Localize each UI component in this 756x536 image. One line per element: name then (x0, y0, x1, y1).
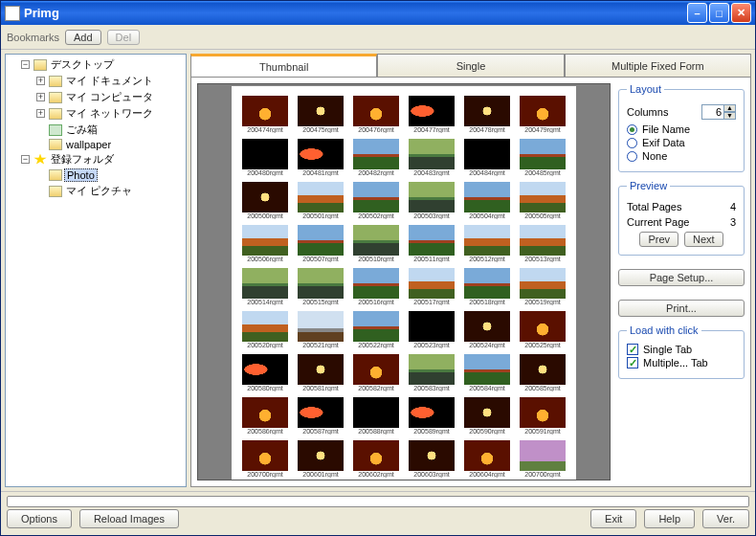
thumbnail-item[interactable]: 200518rgmt (461, 268, 513, 305)
maximize-button[interactable]: □ (709, 3, 729, 23)
thumbnail-item[interactable]: 200601rgmt (295, 440, 346, 478)
tab-multiple[interactable]: Multiple Fixed Form (565, 54, 751, 77)
radio-exif[interactable]: Exif Data (627, 137, 736, 148)
thumbnail-item[interactable]: 200478rgmt (461, 96, 513, 133)
thumbnail-item[interactable]: 200700rgmt (517, 440, 568, 478)
thumbnail-item[interactable]: 200475rgmt (295, 96, 346, 133)
radio-filename[interactable]: File Name (627, 123, 736, 135)
tree-registered[interactable]: −登録フォルダ (21, 151, 186, 168)
tree-mydocs[interactable]: +マイ ドキュメント (36, 73, 186, 89)
thumbnail-item[interactable]: 200587rgmt (295, 397, 346, 435)
thumbnail-item[interactable]: 200481rgmt (295, 139, 346, 176)
thumbnail-caption: 200519rgmt (524, 299, 560, 305)
thumbnail-item[interactable]: 200525rgmt (517, 311, 568, 348)
tree-mypics[interactable]: マイ ピクチャ (36, 183, 186, 199)
folder-tree[interactable]: −デスクトップ +マイ ドキュメント +マイ コンピュータ +マイ ネットワーク… (5, 54, 187, 487)
print-button[interactable]: Print... (618, 300, 745, 317)
prev-button[interactable]: Prev (639, 232, 678, 247)
thumbnail-item[interactable]: 200500rgmt (239, 182, 291, 219)
next-button[interactable]: Next (684, 232, 723, 247)
tree-trash[interactable]: ごみ箱 (36, 122, 186, 138)
thumbnail-item[interactable]: 200602rgmt (350, 440, 402, 478)
thumbnail-item[interactable]: 200700rgmt (239, 440, 291, 478)
thumbnail-item[interactable]: 200603rgmt (406, 440, 457, 478)
thumbnail-item[interactable]: 200483rgmt (406, 139, 457, 176)
thumbnail-item[interactable]: 200504rgmt (461, 182, 513, 219)
thumbnail-item[interactable]: 200519rgmt (517, 268, 568, 305)
options-button[interactable]: Options (7, 509, 72, 528)
tree-wallpaper[interactable]: wallpaper (36, 138, 186, 151)
tree-desktop[interactable]: −デスクトップ (21, 56, 186, 73)
thumbnail-item[interactable]: 200484rgmt (461, 139, 513, 176)
thumbnail-caption: 200590rgmt (469, 428, 504, 435)
ver-button[interactable]: Ver. (702, 509, 749, 528)
thumbnail-image (242, 397, 288, 428)
thumbnail-item[interactable]: 200523rgmt (406, 311, 457, 348)
close-button[interactable]: ✕ (731, 3, 751, 23)
thumbnail-item[interactable]: 200479rgmt (517, 96, 568, 133)
columns-spin-up[interactable]: ▲ (723, 104, 736, 112)
tab-thumbnail[interactable]: Thumbnail (190, 54, 377, 77)
thumbnail-item[interactable]: 200503rgmt (406, 182, 457, 219)
thumbnail-item[interactable]: 200474rgmt (239, 96, 291, 133)
thumbnail-item[interactable]: 200506rgmt (239, 225, 291, 262)
thumbnail-item[interactable]: 200522rgmt (350, 311, 402, 348)
tree-mynetwork[interactable]: +マイ ネットワーク (36, 105, 186, 122)
check-single-tab[interactable]: ✓Single Tab (627, 344, 736, 355)
thumbnail-item[interactable]: 200476rgmt (350, 96, 402, 133)
thumbnail-item[interactable]: 200582rgmt (350, 354, 402, 391)
tree-photo[interactable]: Photo (36, 168, 186, 183)
thumbnail-preview-area[interactable]: 200474rgmt200475rgmt200476rgmt200477rgmt… (197, 83, 611, 480)
page-setup-button[interactable]: Page Setup... (618, 269, 745, 286)
thumbnail-item[interactable]: 200512rgmt (461, 225, 513, 262)
columns-spin-down[interactable]: ▼ (723, 112, 736, 120)
thumbnail-item[interactable]: 200485rgmt (517, 139, 568, 176)
thumbnail-item[interactable]: 200480rgmt (239, 139, 291, 176)
thumbnail-caption: 200511rgmt (413, 256, 449, 262)
thumbnail-item[interactable]: 200521rgmt (295, 311, 346, 348)
thumbnail-item[interactable]: 200507rgmt (295, 225, 346, 262)
thumbnail-item[interactable]: 200514rgmt (239, 268, 291, 305)
thumbnail-item[interactable]: 200581rgmt (295, 354, 346, 391)
thumbnail-item[interactable]: 200589rgmt (406, 397, 457, 435)
thumbnail-image (520, 311, 566, 342)
tab-single[interactable]: Single (377, 54, 564, 77)
thumbnail-item[interactable]: 200511rgmt (406, 225, 457, 262)
tree-mycomputer[interactable]: +マイ コンピュータ (36, 89, 186, 105)
thumbnail-item[interactable]: 200516rgmt (350, 268, 402, 305)
thumbnail-image (242, 139, 288, 169)
reload-button[interactable]: Reload Images (79, 509, 179, 528)
thumbnail-item[interactable]: 200502rgmt (350, 182, 402, 219)
columns-input[interactable] (701, 104, 724, 120)
thumbnail-image (242, 440, 288, 471)
thumbnail-item[interactable]: 200477rgmt (406, 96, 457, 133)
thumbnail-item[interactable]: 200586rgmt (239, 397, 291, 435)
add-button[interactable]: Add (65, 30, 101, 45)
thumbnail-item[interactable]: 200505rgmt (517, 182, 568, 219)
thumbnail-item[interactable]: 200524rgmt (461, 311, 513, 348)
help-button[interactable]: Help (644, 509, 695, 528)
thumbnail-item[interactable]: 200591rgmt (517, 397, 568, 435)
thumbnail-item[interactable]: 200510rgmt (350, 225, 402, 262)
thumbnail-item[interactable]: 200580rgmt (239, 354, 291, 391)
thumbnail-item[interactable]: 200585rgmt (517, 354, 568, 391)
thumbnail-image (298, 139, 344, 169)
thumbnail-caption: 200502rgmt (358, 212, 393, 219)
thumbnail-item[interactable]: 200515rgmt (295, 268, 346, 305)
thumbnail-item[interactable]: 200588rgmt (350, 397, 402, 435)
exit-button[interactable]: Exit (590, 509, 636, 528)
thumbnail-item[interactable]: 200520rgmt (239, 311, 291, 348)
thumbnail-item[interactable]: 200513rgmt (517, 225, 568, 262)
thumbnail-image (298, 96, 344, 126)
check-multiple-tab[interactable]: ✓Multiple... Tab (627, 357, 736, 368)
thumbnail-item[interactable]: 200583rgmt (406, 354, 457, 391)
thumbnail-item[interactable]: 200482rgmt (350, 139, 402, 176)
minimize-button[interactable]: – (687, 3, 707, 23)
thumbnail-item[interactable]: 200590rgmt (461, 397, 513, 435)
thumbnail-item[interactable]: 200584rgmt (461, 354, 513, 391)
thumbnail-item[interactable]: 200604rgmt (461, 440, 513, 478)
del-button[interactable]: Del (107, 30, 141, 45)
radio-none[interactable]: None (627, 150, 736, 162)
thumbnail-item[interactable]: 200517rgmt (406, 268, 457, 305)
thumbnail-item[interactable]: 200501rgmt (295, 182, 346, 219)
